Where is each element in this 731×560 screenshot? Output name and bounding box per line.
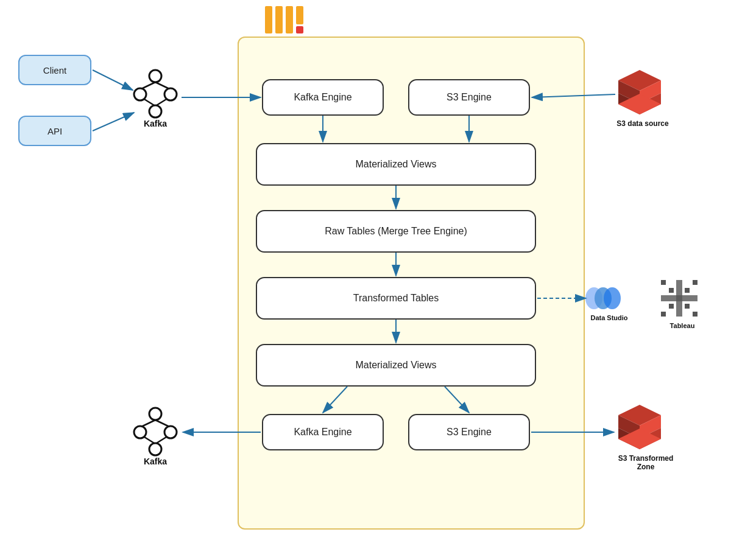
svg-line-48 (93, 70, 133, 90)
svg-rect-43 (286, 6, 293, 33)
svg-point-3 (149, 105, 161, 117)
kafka-engine-top-label: Kafka Engine (294, 92, 351, 103)
s3-source-label: S3 data source (615, 119, 670, 128)
svg-point-10 (164, 426, 177, 438)
tableau-label: Tableau (658, 322, 707, 329)
materialized-views-bottom-label: Materialized Views (355, 360, 436, 371)
transformed-tables-label: Transformed Tables (353, 293, 439, 304)
svg-point-8 (149, 408, 161, 420)
svg-line-4 (141, 82, 155, 89)
svg-line-5 (155, 82, 169, 89)
kafka-top-label: Kafka (131, 119, 180, 128)
svg-line-15 (157, 437, 166, 443)
materialized-views-bottom-node: Materialized Views (256, 344, 536, 387)
svg-rect-32 (661, 295, 697, 301)
raw-tables-label: Raw Tables (Merge Tree Engine) (325, 226, 467, 237)
client-box: Client (18, 55, 91, 85)
svg-rect-33 (661, 280, 666, 285)
transformed-tables-node: Transformed Tables (256, 277, 536, 320)
svg-rect-34 (693, 280, 697, 285)
svg-rect-36 (693, 312, 697, 317)
materialized-views-top-label: Materialized Views (355, 159, 436, 170)
s3-engine-bottom-node: S3 Engine (408, 414, 530, 450)
svg-rect-37 (669, 288, 674, 293)
kafka-icon-bottom: Kafka (131, 402, 180, 459)
materialized-views-top-node: Materialized Views (256, 143, 536, 186)
svg-point-30 (604, 287, 621, 309)
svg-point-9 (134, 426, 146, 438)
svg-rect-42 (275, 6, 283, 33)
svg-point-1 (134, 88, 146, 100)
client-label: Client (43, 65, 66, 75)
top-bar-icon (262, 3, 311, 39)
kafka-icon-top: Kafka (131, 64, 180, 121)
data-studio-icon: Data Studio (585, 286, 621, 313)
api-box: API (18, 116, 91, 146)
svg-rect-38 (685, 288, 690, 293)
raw-tables-node: Raw Tables (Merge Tree Engine) (256, 210, 536, 253)
s3-engine-top-label: S3 Engine (447, 92, 492, 103)
s3-engine-top-node: S3 Engine (408, 79, 530, 116)
svg-line-7 (157, 99, 166, 105)
svg-rect-39 (669, 304, 674, 309)
api-label: API (48, 126, 62, 136)
svg-point-11 (149, 443, 161, 455)
s3-engine-bottom-label: S3 Engine (447, 427, 492, 438)
kafka-engine-bottom-label: Kafka Engine (294, 427, 351, 438)
svg-line-13 (155, 420, 169, 427)
svg-line-14 (144, 437, 154, 443)
kafka-engine-top-node: Kafka Engine (262, 79, 384, 116)
s3-transformed-label: S3 Transformed Zone (615, 454, 676, 471)
svg-rect-44 (296, 6, 303, 24)
svg-line-6 (144, 99, 154, 105)
svg-point-2 (164, 88, 177, 100)
svg-rect-41 (265, 6, 272, 33)
diagram-container: Kafka Engine S3 Engine Materialized View… (0, 0, 731, 560)
kafka-bottom-label: Kafka (131, 457, 180, 466)
svg-rect-45 (296, 26, 303, 33)
tableau-icon: Tableau (658, 277, 701, 322)
s3-transformed-icon: S3 Transformed Zone (615, 402, 664, 453)
data-studio-label: Data Studio (585, 314, 634, 321)
svg-rect-35 (661, 312, 666, 317)
svg-rect-40 (685, 304, 690, 309)
s3-source-icon: S3 data source (615, 67, 664, 118)
svg-line-49 (93, 113, 134, 131)
svg-point-0 (149, 70, 161, 82)
kafka-engine-bottom-node: Kafka Engine (262, 414, 384, 450)
svg-line-12 (141, 420, 155, 427)
